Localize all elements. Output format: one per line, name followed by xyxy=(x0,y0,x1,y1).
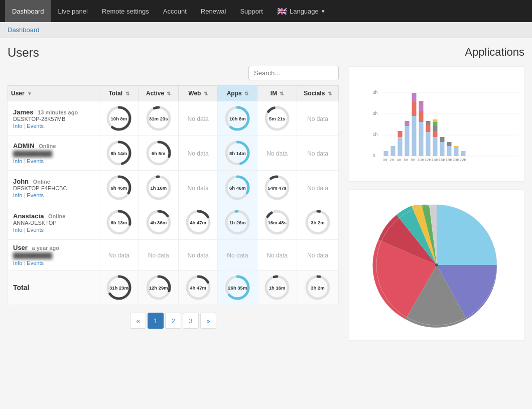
info-link[interactable]: Info xyxy=(13,227,22,233)
sort-icon[interactable]: ⇅ xyxy=(244,91,248,96)
info-link[interactable]: Info xyxy=(13,192,22,198)
socials-cell: No data xyxy=(297,136,339,171)
active-cell: 4h 36m xyxy=(139,205,178,240)
sort-icon[interactable]: ⇅ xyxy=(280,91,284,96)
pagination: « 1 2 3 » xyxy=(8,313,339,329)
svg-rect-59 xyxy=(405,121,410,126)
user-cell: ADMIN Online██████████Info | Events xyxy=(8,136,99,171)
nav-livepanel[interactable]: Live panel xyxy=(51,0,95,22)
pagination-next[interactable]: » xyxy=(200,313,216,329)
pie-chart-svg xyxy=(356,195,517,335)
info-link[interactable]: Info xyxy=(13,123,22,129)
pagination-page-1[interactable]: 1 xyxy=(148,313,164,329)
nav-remotesettings[interactable]: Remote settings xyxy=(95,0,156,22)
table-row: James 13 minutes agoDESKTOP-28K57MBInfo … xyxy=(8,101,339,136)
total-apps-cell: 26h 35m xyxy=(218,270,257,305)
svg-rect-66 xyxy=(426,132,431,156)
table-row: John OnlineDESKTOP-F4EHCBCInfo | Events … xyxy=(8,171,339,205)
apps-cell: 8h 14m xyxy=(218,136,257,171)
chevron-down-icon: ▼ xyxy=(321,9,326,14)
bar-chart: 0 1h 2h 3h xyxy=(349,66,524,182)
events-link[interactable]: Events xyxy=(27,123,44,129)
total-im-cell: 1h 16m xyxy=(257,270,297,305)
im-cell: 54m 47s xyxy=(257,171,297,205)
table-row: ADMIN Online██████████Info | Events 8h 1… xyxy=(8,136,339,171)
col-apps: Apps ⇅ xyxy=(218,86,257,101)
table-header-row: User ▼ Total ⇅ Active ⇅ Web ⇅ xyxy=(8,86,339,101)
apps-cell: No data xyxy=(218,240,257,270)
sort-icon[interactable]: ⇅ xyxy=(328,91,332,96)
nav-support[interactable]: Support xyxy=(233,0,270,22)
svg-rect-77 xyxy=(447,142,452,146)
col-web: Web ⇅ xyxy=(178,86,218,101)
svg-text:0: 0 xyxy=(373,153,375,158)
svg-rect-60 xyxy=(412,116,417,156)
web-cell: No data xyxy=(178,136,218,171)
sort-icon[interactable]: ▼ xyxy=(27,91,32,96)
web-cell: No data xyxy=(178,240,218,270)
svg-rect-54 xyxy=(384,151,388,156)
events-link[interactable]: Events xyxy=(27,158,44,164)
events-link[interactable]: Events xyxy=(27,260,44,266)
user-cell: Anastacia OnlineANNA-DESKTOPInfo | Event… xyxy=(8,205,99,240)
total-cell: 6h 46m xyxy=(99,171,139,205)
breadcrumb-link[interactable]: Dashboard xyxy=(8,26,40,34)
sort-icon[interactable]: ⇅ xyxy=(204,91,208,96)
svg-rect-55 xyxy=(391,146,395,156)
active-cell: 31m 23s xyxy=(139,101,178,136)
user-cell: User a year ago██████████Info | Events xyxy=(8,240,99,270)
pagination-prev[interactable]: « xyxy=(130,313,146,329)
svg-rect-72 xyxy=(433,122,438,126)
nav-language[interactable]: 🇬🇧 Language ▼ xyxy=(270,0,333,22)
svg-text:20h: 20h xyxy=(453,158,459,162)
svg-rect-63 xyxy=(419,122,424,156)
apps-cell: 10h 8m xyxy=(218,101,257,136)
svg-rect-58 xyxy=(405,126,410,156)
search-input[interactable] xyxy=(248,66,339,80)
svg-text:12h: 12h xyxy=(425,158,431,162)
svg-rect-57 xyxy=(398,131,403,137)
svg-text:6h: 6h xyxy=(404,158,409,162)
socials-cell: 3h 2m xyxy=(297,205,339,240)
info-link[interactable]: Info xyxy=(13,158,22,164)
web-cell: No data xyxy=(178,101,218,136)
active-cell: 1h 16m xyxy=(139,171,178,205)
svg-rect-73 xyxy=(433,119,438,122)
user-cell: John OnlineDESKTOP-F4EHCBCInfo | Events xyxy=(8,171,99,205)
sort-icon[interactable]: ⇅ xyxy=(125,91,129,96)
nav-account[interactable]: Account xyxy=(156,0,194,22)
search-bar xyxy=(8,66,339,80)
svg-text:14h: 14h xyxy=(432,158,438,162)
svg-rect-62 xyxy=(412,93,417,102)
col-user: User ▼ xyxy=(8,86,99,101)
web-cell: 4h 47m xyxy=(178,205,218,240)
svg-rect-64 xyxy=(419,111,424,122)
svg-rect-67 xyxy=(426,124,431,132)
pagination-page-2[interactable]: 2 xyxy=(165,313,181,329)
nav-renewal[interactable]: Renewal xyxy=(194,0,233,22)
im-cell: No data xyxy=(257,240,297,270)
active-cell: No data xyxy=(139,240,178,270)
svg-text:3h: 3h xyxy=(373,90,378,95)
pagination-page-3[interactable]: 3 xyxy=(183,313,199,329)
total-cell: 10h 8m xyxy=(99,101,139,136)
svg-rect-78 xyxy=(454,148,459,156)
info-link[interactable]: Info xyxy=(13,260,22,266)
user-cell: James 13 minutes agoDESKTOP-28K57MBInfo … xyxy=(8,101,99,136)
events-link[interactable]: Events xyxy=(27,227,44,233)
svg-text:18h: 18h xyxy=(446,158,452,162)
socials-cell: No data xyxy=(297,101,339,136)
nav-dashboard[interactable]: Dashboard xyxy=(5,0,51,22)
im-cell: 5m 21s xyxy=(257,101,297,136)
svg-text:10h: 10h xyxy=(418,158,424,162)
navbar: Dashboard Live panel Remote settings Acc… xyxy=(0,0,532,22)
events-link[interactable]: Events xyxy=(27,192,44,198)
col-total: Total ⇅ xyxy=(99,86,139,101)
svg-rect-69 xyxy=(433,137,438,156)
total-label-cell: Total xyxy=(8,270,99,305)
svg-rect-80 xyxy=(461,151,466,156)
sort-icon[interactable]: ⇅ xyxy=(167,91,171,96)
socials-cell: No data xyxy=(297,171,339,205)
users-table: User ▼ Total ⇅ Active ⇅ Web ⇅ xyxy=(8,85,339,305)
col-im: IM ⇅ xyxy=(257,86,297,101)
